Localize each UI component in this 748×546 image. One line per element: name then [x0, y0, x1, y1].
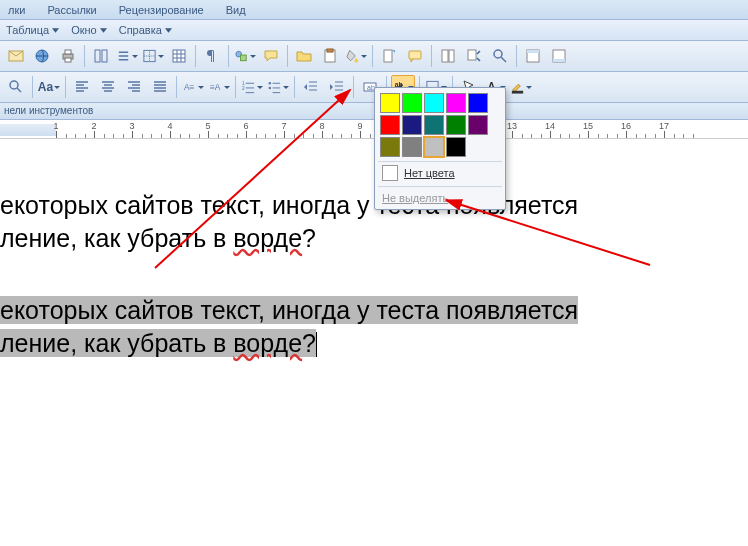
speech-bubble-icon[interactable]: [259, 44, 283, 68]
rtl-icon[interactable]: ≡A: [207, 75, 231, 99]
spacing-icon[interactable]: [115, 44, 139, 68]
ruler-number: 2: [91, 121, 96, 131]
ribbon-tabs: лки Рассылки Рецензирование Вид: [0, 0, 748, 20]
find-icon[interactable]: [488, 44, 512, 68]
svg-text:≡A: ≡A: [210, 82, 221, 92]
ruler-number: 13: [507, 121, 517, 131]
tab-view[interactable]: Вид: [224, 2, 248, 19]
ruler-number: 16: [621, 121, 631, 131]
paragraph-2-highlighted: екоторых сайтов текст, иногда у теста по…: [0, 254, 748, 359]
svg-rect-13: [384, 50, 392, 62]
svg-point-28: [269, 82, 271, 84]
edit-header-icon[interactable]: [521, 44, 545, 68]
svg-point-23: [10, 81, 18, 89]
svg-text:2: 2: [242, 86, 245, 91]
ruler-number: 9: [357, 121, 362, 131]
color-swatch[interactable]: [446, 115, 466, 135]
bullet-list-icon[interactable]: [266, 75, 290, 99]
color-swatch[interactable]: [424, 137, 444, 157]
svg-rect-3: [65, 50, 71, 54]
align-left-icon[interactable]: [70, 75, 94, 99]
color-swatch[interactable]: [424, 93, 444, 113]
color-swatch[interactable]: [402, 137, 422, 157]
svg-rect-22: [553, 59, 565, 62]
color-swatch[interactable]: [380, 115, 400, 135]
svg-rect-5: [95, 50, 100, 62]
align-center-icon[interactable]: [96, 75, 120, 99]
color-swatch[interactable]: [468, 93, 488, 113]
color-swatch[interactable]: [380, 93, 400, 113]
ruler-number: 15: [583, 121, 593, 131]
edit-footer-icon[interactable]: [547, 44, 571, 68]
color-swatch[interactable]: [402, 115, 422, 135]
menu-help[interactable]: Справка: [119, 24, 172, 36]
menubar: Таблица Окно Справка: [0, 20, 748, 41]
tab-mailings[interactable]: Рассылки: [45, 2, 98, 19]
comment-icon[interactable]: [403, 44, 427, 68]
toolbar-row-1: [0, 41, 748, 72]
indent-icon[interactable]: [325, 75, 349, 99]
menu-table[interactable]: Таблица: [6, 24, 59, 36]
folder-open-icon[interactable]: [292, 44, 316, 68]
outdent-icon[interactable]: [299, 75, 323, 99]
borders-icon[interactable]: [141, 44, 165, 68]
svg-rect-4: [65, 58, 71, 62]
ruler-number: 14: [545, 121, 555, 131]
tab-review[interactable]: Рецензирование: [117, 2, 206, 19]
svg-rect-37: [512, 91, 523, 94]
pilcrow-icon[interactable]: [200, 44, 224, 68]
magnify-icon[interactable]: [4, 75, 28, 99]
ruler-number: 7: [281, 121, 286, 131]
envelope-icon[interactable]: [4, 44, 28, 68]
color-swatch[interactable]: [380, 137, 400, 157]
svg-rect-20: [527, 50, 539, 53]
no-select-option: Не выделять: [378, 186, 502, 209]
no-color-swatch: [382, 165, 398, 181]
highlight-color-panel: Нет цвета Не выделять: [374, 87, 506, 210]
font-size-icon[interactable]: Aa: [37, 75, 61, 99]
align-justify-icon[interactable]: [148, 75, 172, 99]
globe-icon[interactable]: [30, 44, 54, 68]
svg-point-29: [269, 87, 271, 89]
ltr-icon[interactable]: A≡: [181, 75, 205, 99]
ruler-number: 6: [243, 121, 248, 131]
ruler-number: 17: [659, 121, 669, 131]
numbered-list-icon[interactable]: 12: [240, 75, 264, 99]
color-swatch[interactable]: [446, 93, 466, 113]
color-swatch[interactable]: [424, 115, 444, 135]
break-icon[interactable]: [436, 44, 460, 68]
menu-window[interactable]: Окно: [71, 24, 107, 36]
svg-point-18: [494, 50, 502, 58]
shrink-icon[interactable]: [462, 44, 486, 68]
columns-icon[interactable]: [89, 44, 113, 68]
printer-icon[interactable]: [56, 44, 80, 68]
shapes-icon[interactable]: [233, 44, 257, 68]
insert-table-icon[interactable]: [167, 44, 191, 68]
clipboard-icon[interactable]: [318, 44, 342, 68]
ruler-number: 3: [129, 121, 134, 131]
ruler-number: 1: [53, 121, 58, 131]
ruler-number: 5: [205, 121, 210, 131]
svg-rect-17: [468, 50, 476, 60]
ruler-number: 8: [319, 121, 324, 131]
shading-icon[interactable]: [344, 44, 368, 68]
text-caret: [316, 332, 317, 357]
svg-rect-6: [102, 50, 107, 62]
line-color-icon[interactable]: [509, 75, 533, 99]
color-swatch[interactable]: [468, 115, 488, 135]
color-swatch[interactable]: [446, 137, 466, 157]
svg-rect-12: [327, 49, 333, 52]
color-swatch[interactable]: [402, 93, 422, 113]
svg-text:A≡: A≡: [184, 82, 195, 92]
svg-rect-14: [409, 51, 421, 59]
no-color-option[interactable]: Нет цвета: [378, 161, 502, 184]
svg-rect-16: [449, 50, 454, 62]
bookmark-icon[interactable]: [377, 44, 401, 68]
svg-rect-15: [442, 50, 448, 62]
color-swatches: [378, 91, 502, 159]
svg-rect-8: [173, 50, 185, 62]
ruler-number: 4: [167, 121, 172, 131]
tab-links[interactable]: лки: [6, 2, 27, 19]
align-right-icon[interactable]: [122, 75, 146, 99]
svg-rect-10: [241, 55, 247, 61]
